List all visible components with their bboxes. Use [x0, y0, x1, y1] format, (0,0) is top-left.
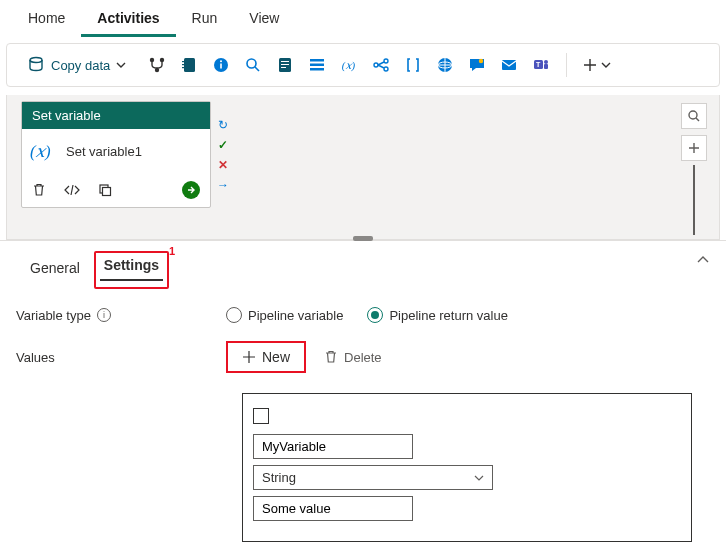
variable-type-value: String — [262, 470, 296, 485]
plus-icon — [583, 58, 597, 72]
svg-rect-17 — [310, 64, 324, 67]
radio-icon — [226, 307, 242, 323]
teams-icon[interactable]: T — [532, 56, 550, 74]
svg-point-20 — [374, 63, 378, 67]
activity-type-label: Set variable — [22, 102, 210, 129]
radio-icon — [367, 307, 383, 323]
add-activity-button[interactable] — [583, 58, 611, 72]
web-icon[interactable] — [436, 56, 454, 74]
code-icon[interactable] — [64, 183, 80, 197]
svg-rect-18 — [310, 68, 324, 71]
trash-icon — [324, 350, 338, 364]
svg-point-21 — [384, 59, 388, 63]
svg-rect-33 — [103, 188, 111, 196]
plus-icon — [242, 350, 256, 364]
canvas-add-button[interactable] — [681, 135, 707, 161]
variable-value-input[interactable] — [253, 496, 413, 521]
svg-rect-30 — [544, 64, 548, 69]
list-icon[interactable] — [308, 56, 326, 74]
pipeline-canvas[interactable]: Set variable (𝑥) Set variable1 ↻ ✓ ✕ → — [6, 95, 720, 240]
delete-icon[interactable] — [32, 183, 46, 197]
values-editor: String — [242, 393, 692, 542]
info-icon[interactable]: i — [97, 308, 111, 322]
svg-rect-13 — [281, 61, 289, 62]
chevron-down-icon — [601, 60, 611, 70]
skip-handle-icon[interactable]: → — [215, 177, 231, 193]
copy-data-button[interactable]: Copy data — [19, 52, 134, 78]
activity-card[interactable]: Set variable (𝑥) Set variable1 — [21, 101, 211, 208]
annotation-1: 1 — [169, 245, 175, 257]
collapse-panel-button[interactable] — [696, 253, 710, 267]
panel-tab-settings[interactable]: Settings — [100, 253, 163, 281]
canvas-search-button[interactable] — [681, 103, 707, 129]
notebook-icon[interactable] — [180, 56, 198, 74]
failure-handle-icon[interactable]: ✕ — [215, 157, 231, 173]
success-handle-icon[interactable]: ✓ — [215, 137, 231, 153]
svg-rect-4 — [184, 58, 195, 72]
svg-rect-5 — [182, 61, 185, 62]
activity-name-label: Set variable1 — [66, 144, 142, 159]
activities-toolbar: Copy data (𝑥) T — [6, 43, 720, 87]
variable-type-select[interactable]: String — [253, 465, 493, 490]
copy-data-label: Copy data — [51, 58, 110, 73]
bracket-icon[interactable] — [404, 56, 422, 74]
svg-point-1 — [150, 58, 154, 62]
tab-activities[interactable]: Activities — [81, 6, 175, 37]
radio-pipeline-variable[interactable]: Pipeline variable — [226, 307, 343, 323]
mail-icon[interactable] — [500, 56, 518, 74]
svg-point-29 — [544, 60, 548, 64]
dataflow-icon[interactable] — [372, 56, 390, 74]
svg-point-0 — [30, 58, 42, 63]
svg-point-34 — [689, 111, 697, 119]
delete-button-label: Delete — [344, 350, 382, 365]
copy-icon[interactable] — [98, 183, 112, 197]
svg-rect-14 — [281, 64, 289, 65]
values-label: Values — [16, 350, 55, 365]
svg-point-25 — [479, 59, 483, 63]
script-icon[interactable] — [276, 56, 294, 74]
tab-run[interactable]: Run — [176, 6, 234, 37]
delete-value-button[interactable]: Delete — [324, 350, 382, 365]
svg-point-2 — [160, 58, 164, 62]
svg-text:(𝑥): (𝑥) — [30, 142, 51, 161]
svg-point-22 — [384, 67, 388, 71]
svg-point-11 — [247, 59, 256, 68]
activity-status-handles: ↻ ✓ ✕ → — [215, 117, 231, 193]
branch-icon[interactable] — [148, 56, 166, 74]
panel-tab-general[interactable]: General — [16, 256, 94, 284]
radio-label: Pipeline return value — [389, 308, 508, 323]
svg-rect-6 — [182, 64, 185, 65]
new-value-button[interactable]: New — [226, 341, 306, 373]
run-arrow-icon[interactable] — [182, 181, 200, 199]
svg-rect-15 — [281, 67, 286, 68]
new-button-label: New — [262, 349, 290, 365]
radio-pipeline-return-value[interactable]: Pipeline return value — [367, 307, 508, 323]
chevron-down-icon — [474, 473, 484, 483]
canvas-slider-line — [693, 165, 695, 235]
chevron-down-icon — [116, 60, 126, 70]
svg-rect-26 — [502, 60, 516, 70]
radio-label: Pipeline variable — [248, 308, 343, 323]
toolbar-divider — [566, 53, 567, 77]
tab-view[interactable]: View — [233, 6, 295, 37]
svg-rect-16 — [310, 59, 324, 62]
chat-icon[interactable] — [468, 56, 486, 74]
svg-rect-7 — [182, 67, 185, 68]
info-icon[interactable] — [212, 56, 230, 74]
variable-icon[interactable]: (𝑥) — [340, 56, 358, 74]
variable-type-label: Variable type — [16, 308, 91, 323]
search-icon[interactable] — [244, 56, 262, 74]
row-checkbox[interactable] — [253, 408, 269, 424]
svg-text:T: T — [536, 61, 541, 68]
tab-home[interactable]: Home — [12, 6, 81, 37]
svg-rect-9 — [220, 64, 222, 69]
database-icon — [27, 56, 45, 74]
retry-handle-icon[interactable]: ↻ — [215, 117, 231, 133]
variable-icon: (𝑥) — [30, 139, 58, 163]
variable-name-input[interactable] — [253, 434, 413, 459]
svg-point-10 — [220, 60, 222, 62]
highlight-marker-1: Settings 1 — [94, 251, 169, 289]
svg-text:(𝑥): (𝑥) — [342, 59, 356, 72]
